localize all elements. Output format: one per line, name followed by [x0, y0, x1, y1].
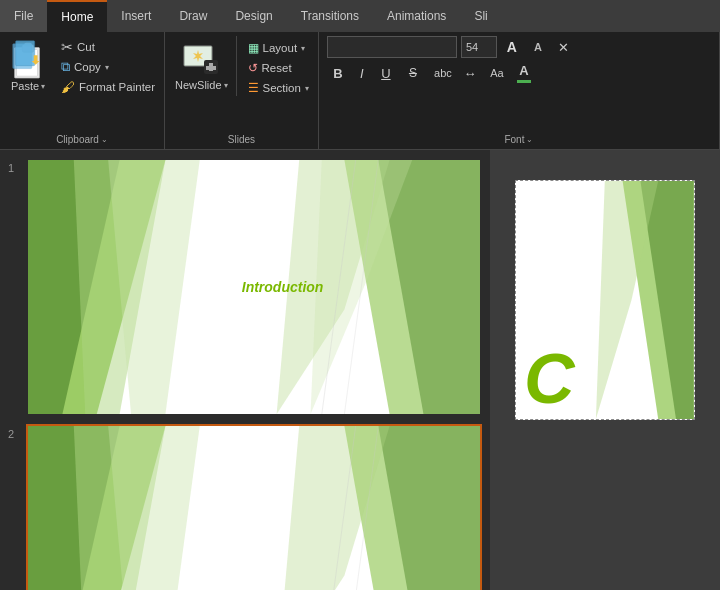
tab-file[interactable]: File	[0, 0, 47, 32]
slide2-left-deco	[28, 426, 200, 590]
slide1-title: Introduction	[242, 279, 324, 295]
decrease-font-button[interactable]: A	[527, 36, 549, 58]
preview-right-deco	[587, 181, 694, 419]
reset-label: Reset	[262, 62, 292, 74]
font-name-input[interactable]	[327, 36, 457, 58]
copy-label: Copy	[74, 61, 101, 73]
format-painter-label: Format Painter	[79, 81, 155, 93]
tab-design[interactable]: Design	[221, 0, 286, 32]
clipboard-expand-icon[interactable]: ⌄	[101, 135, 108, 144]
svg-marker-25	[108, 426, 200, 590]
section-icon: ☰	[248, 81, 259, 95]
layout-label: Layout	[263, 42, 298, 54]
slides-actions: ▦ Layout ▾ ↺ Reset ☰ Section ▾	[245, 40, 312, 96]
ribbon-tabs: File Home Insert Draw Design Transitions…	[0, 0, 720, 32]
italic-button[interactable]: I	[351, 62, 373, 84]
slide-panel: 1	[0, 150, 490, 590]
paste-icon	[10, 38, 46, 80]
slide-thumb-inner-2	[28, 426, 480, 590]
strikethrough-button[interactable]: S	[399, 62, 427, 84]
slides-group: New Slide ▾ ▦ Layout ▾ ↺ Reset ☰ Section…	[165, 32, 319, 149]
copy-arrow: ▾	[105, 63, 109, 72]
font-group: A A ✕ B I U S abc ↔ Aa A Font ⌄	[319, 32, 720, 149]
clipboard-actions: ✂ Cut ⧉ Copy ▾ 🖌 Format Painter	[58, 38, 158, 96]
tab-home[interactable]: Home	[47, 0, 107, 32]
font-size-input[interactable]	[461, 36, 497, 58]
preview-letter: C	[524, 344, 575, 414]
paste-label: Paste	[11, 80, 39, 92]
section-button[interactable]: ☰ Section ▾	[245, 80, 312, 96]
slide-number-1: 1	[8, 162, 26, 174]
slide-number-2: 2	[8, 428, 26, 440]
slide-thumb-1[interactable]: Introduction	[26, 158, 482, 416]
new-slide-label2: Slide	[197, 79, 221, 91]
format-painter-button[interactable]: 🖌 Format Painter	[58, 78, 158, 96]
layout-icon: ▦	[248, 41, 259, 55]
increase-font-button[interactable]: A	[501, 36, 523, 58]
kerning-button[interactable]: ↔	[459, 62, 481, 84]
font-color-bar	[517, 80, 531, 83]
reset-button[interactable]: ↺ Reset	[245, 60, 312, 76]
reset-icon: ↺	[248, 61, 258, 75]
cut-label: Cut	[77, 41, 95, 53]
section-label: Section	[263, 82, 301, 94]
tab-draw[interactable]: Draw	[165, 0, 221, 32]
slide-item-2: 2	[8, 424, 482, 590]
new-slide-label-container: New Slide ▾	[175, 78, 227, 92]
new-slide-button[interactable]: New Slide ▾	[171, 36, 236, 96]
format-painter-icon: 🖌	[61, 79, 75, 95]
copy-icon: ⧉	[61, 59, 70, 75]
paste-label-container: Paste ▾	[11, 80, 45, 92]
font-row2: B I U S abc ↔ Aa A	[327, 62, 535, 84]
new-slide-icon	[182, 40, 220, 78]
tab-transitions[interactable]: Transitions	[287, 0, 373, 32]
tab-sli[interactable]: Sli	[460, 0, 501, 32]
font-color-button[interactable]: A	[513, 62, 535, 84]
clipboard-group: Paste ▾ ✂ Cut ⧉ Copy ▾ 🖌 Format Painter …	[0, 32, 165, 149]
case-button[interactable]: Aa	[483, 62, 511, 84]
clipboard-group-label: Clipboard ⌄	[0, 134, 164, 145]
layout-button[interactable]: ▦ Layout ▾	[245, 40, 312, 56]
font-group-label: Font ⌄	[319, 134, 719, 145]
preview-area: C	[490, 150, 720, 590]
new-slide-label: New	[175, 79, 197, 91]
slide1-left-deco	[28, 160, 200, 414]
slides-group-label: Slides	[165, 134, 318, 145]
tab-insert[interactable]: Insert	[107, 0, 165, 32]
svg-rect-6	[16, 41, 35, 66]
font-expand-icon[interactable]: ⌄	[526, 135, 533, 144]
main-area: 1	[0, 150, 720, 590]
cut-button[interactable]: ✂ Cut	[58, 38, 158, 56]
slide-thumb-2[interactable]	[26, 424, 482, 590]
copy-button[interactable]: ⧉ Copy ▾	[58, 58, 158, 76]
paste-button[interactable]: Paste ▾	[6, 36, 50, 94]
bold-button[interactable]: B	[327, 62, 349, 84]
section-arrow: ▾	[305, 84, 309, 93]
layout-arrow: ▾	[301, 44, 305, 53]
tab-animations[interactable]: Animations	[373, 0, 460, 32]
svg-rect-11	[206, 66, 216, 70]
underline-button[interactable]: U	[375, 62, 397, 84]
slide-thumb-inner-1: Introduction	[28, 160, 480, 414]
scissors-icon: ✂	[61, 39, 73, 55]
slide2-right-deco	[254, 426, 480, 590]
clear-format-button[interactable]: ✕	[553, 36, 575, 58]
new-slide-arrow: ▾	[224, 81, 228, 90]
font-row1: A A ✕	[327, 36, 575, 58]
paste-arrow: ▾	[41, 82, 45, 91]
slide-item-1: 1	[8, 158, 482, 416]
subscript-button[interactable]: abc	[429, 62, 457, 84]
font-color-icon: A	[519, 63, 528, 79]
preview-content: C	[515, 180, 695, 420]
ribbon-body: Paste ▾ ✂ Cut ⧉ Copy ▾ 🖌 Format Painter …	[0, 32, 720, 150]
